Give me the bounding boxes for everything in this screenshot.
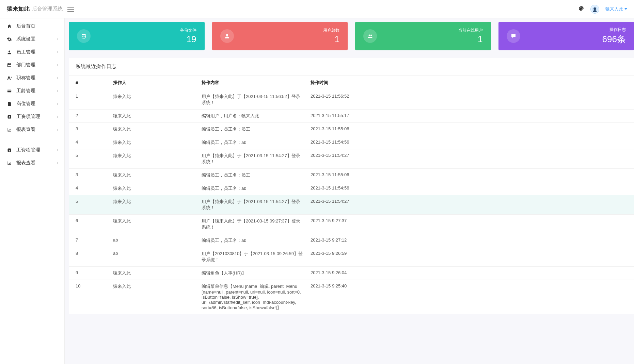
cell-idx: 3 <box>69 123 110 136</box>
chevron-right-icon: › <box>57 88 58 93</box>
col-operator: 操作人 <box>110 76 198 90</box>
chevron-right-icon: › <box>57 76 58 80</box>
cell-content: 编辑员工，员工名：员工 <box>198 123 307 136</box>
table-header-row: # 操作人 操作内容 操作时间 <box>69 76 634 90</box>
cell-operator: ab <box>110 234 198 247</box>
table-row: 8ab用户【2021030810】于【2021-03-15 09:26:59】登… <box>69 247 634 267</box>
user-icon <box>6 50 12 55</box>
sidebar-item-gear[interactable]: 系统设置› <box>0 33 64 46</box>
cell-idx: 4 <box>69 182 110 195</box>
cell-idx: 6 <box>69 215 110 234</box>
cell-operator: 猿来入此 <box>110 215 198 234</box>
cell-idx: 9 <box>69 267 110 280</box>
brand: 猿来如此 后台管理系统 <box>7 5 65 13</box>
col-content: 操作内容 <box>198 76 307 90</box>
cell-time: 2021-3-15 11:55:17 <box>307 110 634 123</box>
cell-time: 2021-3-15 11:56:52 <box>307 90 634 110</box>
sidebar-item-home[interactable]: 后台首页 <box>0 20 64 33</box>
hamburger-icon[interactable] <box>67 7 74 12</box>
main-content: 备份文件19用户总数1当前在线用户1操作日志696条 系统最近操作日志 # 操作… <box>65 0 634 321</box>
cell-content: 用户【猿来入此】于【2021-03-15 09:27:37】登录系统！ <box>198 215 307 234</box>
table-row: 9猿来入此编辑角色【人事(HR)】2021-3-15 9:26:04 <box>69 267 634 280</box>
sidebar-item-label: 工龄管理 <box>16 88 57 94</box>
table-row: 4猿来入此编辑员工，员工名：ab2021-3-15 11:54:56 <box>69 136 634 149</box>
doc-icon <box>6 101 12 106</box>
user-name: 猿来入此 <box>605 6 623 12</box>
user-icon <box>220 29 234 43</box>
stat-card-chat[interactable]: 操作日志696条 <box>498 22 634 50</box>
col-idx: # <box>69 76 110 90</box>
cell-time: 2021-3-15 11:55:06 <box>307 169 634 182</box>
card-value: 19 <box>180 34 196 45</box>
header-right: 猿来入此 <box>578 5 627 14</box>
card-label: 当前在线用户 <box>458 28 483 33</box>
log-panel: 系统最近操作日志 # 操作人 操作内容 操作时间 1猿来入此用户【猿来入此】于【… <box>69 58 634 314</box>
log-table: # 操作人 操作内容 操作时间 1猿来入此用户【猿来入此】于【2021-03-1… <box>69 76 634 314</box>
table-row: 5猿来入此用户【猿来入此】于【2021-03-15 11:54:27】登录系统！… <box>69 195 634 215</box>
col-time: 操作时间 <box>307 76 634 90</box>
card-value: 696条 <box>602 33 626 45</box>
stats-cards: 备份文件19用户总数1当前在线用户1操作日志696条 <box>65 22 634 50</box>
table-row: 3猿来入此编辑员工，员工名：员工2021-3-15 11:55:06 <box>69 123 634 136</box>
cell-content: 用户【猿来入此】于【2021-03-15 11:54:27】登录系统！ <box>198 195 307 215</box>
sidebar-item-doc[interactable]: 岗位管理› <box>0 97 64 110</box>
svg-point-14 <box>370 35 372 36</box>
card-label: 备份文件 <box>180 28 196 33</box>
sidebar-item-label: 工资项管理 <box>16 147 57 153</box>
sidebar-item-chart[interactable]: 报表查看› <box>0 156 64 169</box>
cell-operator: 猿来入此 <box>110 280 198 315</box>
cell-time: 2021-3-15 11:54:27 <box>307 195 634 215</box>
cell-idx: 1 <box>69 90 110 110</box>
cell-time: 2021-3-15 9:25:40 <box>307 280 634 315</box>
card-value: 1 <box>323 34 339 45</box>
avatar[interactable] <box>590 5 599 14</box>
stat-card-users[interactable]: 当前在线用户1 <box>355 22 491 50</box>
cell-idx: 4 <box>69 136 110 149</box>
sidebar-item-label: 岗位管理 <box>16 101 57 107</box>
cell-time: 2021-3-15 9:27:12 <box>307 234 634 247</box>
sidebar-item-card[interactable]: 工龄管理› <box>0 84 64 97</box>
chevron-right-icon: › <box>57 148 58 152</box>
sidebar-item-label: 后台首页 <box>16 23 58 29</box>
svg-point-3 <box>9 50 10 52</box>
svg-point-1 <box>593 7 596 10</box>
cell-idx: 7 <box>69 234 110 247</box>
cell-operator: 猿来入此 <box>110 90 198 110</box>
sidebar-item-chart[interactable]: 报表查看› <box>0 123 64 136</box>
sidebar-item-user-add[interactable]: 职称管理› <box>0 71 64 84</box>
chevron-right-icon: › <box>57 114 58 119</box>
cell-operator: ab <box>110 247 198 267</box>
cell-operator: 猿来入此 <box>110 267 198 280</box>
svg-rect-5 <box>7 89 11 92</box>
sidebar-item-dollar[interactable]: $工资项管理› <box>0 144 64 156</box>
card-label: 操作日志 <box>602 27 626 33</box>
stat-card-database[interactable]: 备份文件19 <box>69 22 205 50</box>
cell-operator: 猿来入此 <box>110 182 198 195</box>
cell-content: 用户【2021030810】于【2021-03-15 09:26:59】登录系统… <box>198 247 307 267</box>
card-text: 备份文件19 <box>180 28 196 45</box>
cell-content: 编辑角色【人事(HR)】 <box>198 267 307 280</box>
cell-content: 编辑员工，员工名：员工 <box>198 169 307 182</box>
chevron-down-icon <box>624 8 627 10</box>
users-icon <box>363 29 377 43</box>
sidebar-item-user[interactable]: 员工管理› <box>0 46 64 59</box>
sidebar-item-dollar[interactable]: $工资项管理› <box>0 110 64 123</box>
sidebar-item-calendar[interactable]: 部门管理› <box>0 59 64 71</box>
chevron-right-icon: › <box>57 127 58 132</box>
cell-idx: 2 <box>69 110 110 123</box>
cell-operator: 猿来入此 <box>110 195 198 215</box>
sidebar: 后台首页系统设置›员工管理›部门管理›职称管理›工龄管理›岗位管理›$工资项管理… <box>0 18 65 321</box>
gear-icon <box>6 37 12 42</box>
cell-operator: 猿来入此 <box>110 110 198 123</box>
dollar-icon: $ <box>6 148 12 153</box>
sidebar-item-label: 员工管理 <box>16 49 57 55</box>
palette-icon[interactable] <box>578 5 584 13</box>
card-label: 用户总数 <box>323 28 339 33</box>
stat-card-user[interactable]: 用户总数1 <box>212 22 348 50</box>
user-dropdown[interactable]: 猿来入此 <box>605 6 627 12</box>
chevron-right-icon: › <box>57 63 58 67</box>
home-icon <box>6 24 12 29</box>
database-icon <box>77 29 91 43</box>
cell-operator: 猿来入此 <box>110 169 198 182</box>
cell-time: 2021-3-15 9:26:59 <box>307 247 634 267</box>
